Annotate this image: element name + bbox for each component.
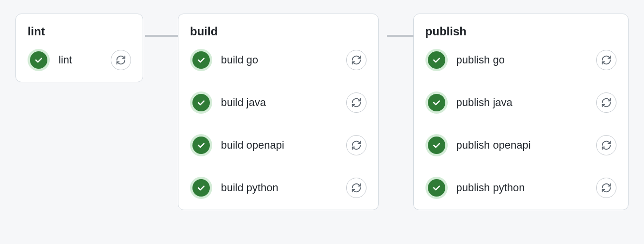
job-row[interactable]: lint: [28, 49, 131, 71]
success-icon: [425, 92, 448, 114]
success-icon: [190, 49, 212, 71]
stage-publish: publish publish go publish java publish …: [413, 14, 629, 210]
success-icon: [190, 92, 212, 114]
rerun-button[interactable]: [346, 92, 366, 113]
job-label: publish java: [456, 96, 573, 109]
job-row[interactable]: build java: [190, 92, 366, 114]
success-icon: [425, 49, 448, 71]
rerun-button[interactable]: [346, 135, 366, 155]
job-row[interactable]: publish python: [425, 177, 616, 199]
rerun-button[interactable]: [596, 135, 616, 155]
job-label: publish go: [456, 54, 573, 66]
success-icon: [190, 177, 212, 199]
job-label: build python: [221, 182, 323, 194]
job-row[interactable]: publish openapi: [425, 134, 616, 156]
stage-title: lint: [28, 25, 131, 38]
success-icon: [190, 134, 212, 156]
rerun-button[interactable]: [111, 50, 131, 70]
success-icon: [28, 49, 50, 71]
job-label: lint: [59, 54, 88, 66]
jobs-list: lint: [28, 49, 131, 71]
job-label: build openapi: [221, 139, 323, 152]
job-row[interactable]: build python: [190, 177, 366, 199]
job-label: publish python: [456, 182, 573, 194]
job-label: build java: [221, 96, 323, 109]
pipeline: lint lint build build go bu: [15, 14, 629, 210]
jobs-list: build go build java build openapi build …: [190, 49, 366, 199]
stage-title: publish: [425, 25, 616, 38]
rerun-button[interactable]: [346, 178, 366, 198]
job-label: publish openapi: [456, 139, 573, 152]
job-row[interactable]: publish java: [425, 92, 616, 114]
stage-title: build: [190, 25, 366, 38]
jobs-list: publish go publish java publish openapi …: [425, 49, 616, 199]
job-label: build go: [221, 54, 323, 66]
rerun-button[interactable]: [596, 178, 616, 198]
stage-lint: lint lint: [15, 14, 143, 82]
success-icon: [425, 177, 448, 199]
job-row[interactable]: publish go: [425, 49, 616, 71]
job-row[interactable]: build go: [190, 49, 366, 71]
rerun-button[interactable]: [346, 50, 366, 70]
job-row[interactable]: build openapi: [190, 134, 366, 156]
success-icon: [425, 134, 448, 156]
stage-build: build build go build java build openapi …: [178, 14, 379, 210]
rerun-button[interactable]: [596, 50, 616, 70]
rerun-button[interactable]: [596, 92, 616, 113]
